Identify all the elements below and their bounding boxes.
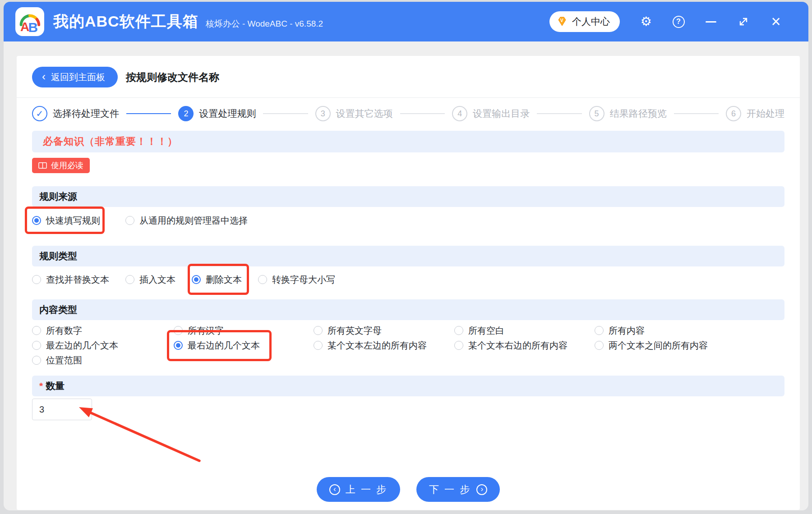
close-button[interactable]: × — [760, 8, 792, 35]
back-to-dashboard-button[interactable]: ‹ 返回到主面板 — [32, 67, 118, 87]
option-label: 快速填写规则 — [46, 215, 100, 227]
step-6-label: 开始处理 — [747, 107, 784, 120]
radio-icon — [32, 326, 41, 335]
step-connector — [537, 113, 581, 114]
wizard-stepper: ✓ 选择待处理文件 2 设置处理规则 3 设置其它选项 4 设置输出目录 5 结… — [32, 105, 784, 123]
radio-icon — [32, 275, 41, 284]
radio-icon — [314, 326, 323, 335]
option-label: 转换字母大小写 — [272, 274, 335, 286]
radio-content-left-of-text[interactable]: 某个文本左边的所有内容 — [314, 339, 427, 352]
option-label: 所有汉字 — [188, 325, 224, 337]
radio-icon — [32, 216, 41, 225]
section-content-type-header: 内容类型 — [32, 299, 784, 320]
app-title: 我的ABC软件工具箱 — [53, 11, 198, 32]
radio-icon — [32, 341, 41, 350]
option-label: 某个文本左边的所有内容 — [328, 340, 427, 352]
radio-icon — [174, 341, 183, 350]
radio-all-english-letters[interactable]: 所有英文字母 — [314, 324, 382, 337]
required-mark: * — [39, 381, 43, 391]
page-title: 按规则修改文件名称 — [126, 70, 219, 84]
option-label: 某个文本右边的所有内容 — [468, 340, 567, 352]
radio-leftmost-texts[interactable]: 最左边的几个文本 — [32, 339, 118, 352]
radio-content-right-of-text[interactable]: 某个文本右边的所有内容 — [454, 339, 567, 352]
option-label: 所有内容 — [609, 325, 645, 337]
svg-text:B: B — [28, 20, 38, 34]
radio-all-chinese[interactable]: 所有汉字 — [174, 324, 224, 337]
user-center-label: 个人中心 — [572, 15, 610, 28]
minimize-icon — [706, 21, 716, 23]
step-connector — [400, 113, 445, 114]
option-label: 最左边的几个文本 — [46, 340, 118, 352]
step-6-number: 6 — [726, 106, 741, 121]
step-connector — [674, 113, 719, 114]
chevron-left-icon: ‹ — [42, 71, 46, 82]
maximize-icon — [738, 16, 749, 28]
step-connector — [263, 113, 308, 114]
option-label: 位置范围 — [46, 354, 82, 367]
radio-icon — [192, 275, 201, 284]
radio-quick-fill-rule[interactable]: 快速填写规则 — [32, 215, 100, 227]
app-logo: A B — [15, 7, 44, 36]
step-3-other-options[interactable]: 3 设置其它选项 — [315, 106, 393, 121]
step-2-number: 2 — [178, 106, 194, 121]
step-3-number: 3 — [315, 106, 331, 121]
vip-gem-icon: V — [556, 15, 568, 28]
step-1-select-files[interactable]: ✓ 选择待处理文件 — [32, 106, 119, 121]
app-subtitle: 核烁办公 - WodeABC - v6.58.2 — [206, 18, 323, 30]
option-label: 查找并替换文本 — [46, 274, 109, 286]
rule-source-title: 规则来源 — [39, 190, 77, 203]
previous-step-label: 上 一 步 — [346, 483, 388, 496]
radio-find-replace-text[interactable]: 查找并替换文本 — [32, 274, 109, 286]
radio-convert-case[interactable]: 转换字母大小写 — [258, 274, 335, 286]
quantity-title: 数量 — [46, 380, 65, 392]
must-read-button[interactable]: 使用必读 — [32, 158, 90, 173]
radio-rule-manager[interactable]: 从通用的规则管理器中选择 — [125, 215, 248, 227]
radio-icon — [454, 341, 463, 350]
radio-insert-text[interactable]: 插入文本 — [125, 274, 175, 286]
arrow-right-circle-icon: › — [476, 484, 487, 495]
maximize-button[interactable] — [727, 8, 760, 35]
option-label: 所有空白 — [468, 325, 504, 337]
help-button[interactable]: ? — [662, 8, 695, 35]
help-icon: ? — [673, 16, 685, 28]
title-bar: A B 我的ABC软件工具箱 核烁办公 - WodeABC - v6.58.2 … — [4, 2, 808, 41]
main-panel: ‹ 返回到主面板 按规则修改文件名称 ✓ 选择待处理文件 2 设置处理规则 3 … — [17, 56, 800, 510]
step-5-path-preview[interactable]: 5 结果路径预览 — [589, 106, 667, 121]
user-center-button[interactable]: V 个人中心 — [549, 11, 620, 32]
arrow-left-circle-icon: ‹ — [329, 484, 340, 495]
radio-delete-text[interactable]: 删除文本 — [192, 274, 242, 286]
radio-icon — [258, 275, 267, 284]
radio-icon — [125, 216, 134, 225]
option-label: 插入文本 — [139, 274, 175, 286]
radio-icon — [595, 326, 604, 335]
option-label: 删除文本 — [206, 274, 242, 286]
radio-all-whitespace[interactable]: 所有空白 — [454, 324, 504, 337]
rule-type-options: 查找并替换文本 插入文本 删除文本 转换字母大小写 — [32, 273, 784, 286]
quantity-input[interactable] — [32, 399, 92, 420]
radio-position-range[interactable]: 位置范围 — [32, 354, 82, 367]
gear-icon: ⚙ — [640, 15, 651, 28]
step-1-check-icon: ✓ — [32, 106, 47, 121]
wizard-footer: ‹ 上 一 步 下 一 步 › — [32, 477, 784, 502]
radio-icon — [454, 326, 463, 335]
section-quantity-header: * 数量 — [32, 376, 784, 396]
radio-rightmost-texts[interactable]: 最右边的几个文本 — [174, 339, 260, 352]
step-4-output-dir[interactable]: 4 设置输出目录 — [452, 106, 530, 121]
radio-all-content[interactable]: 所有内容 — [595, 324, 645, 337]
next-step-button[interactable]: 下 一 步 › — [416, 477, 500, 502]
step-2-label: 设置处理规则 — [199, 107, 256, 120]
close-icon: × — [771, 14, 780, 30]
step-4-number: 4 — [452, 106, 467, 121]
content-type-options: 所有数字 所有汉字 所有英文字母 所有空白 所有内容 最左边的几个文本 最右边的… — [32, 324, 784, 367]
step-2-set-rules[interactable]: 2 设置处理规则 — [178, 106, 256, 121]
radio-content-between-texts[interactable]: 两个文本之间的所有内容 — [595, 339, 708, 352]
previous-step-button[interactable]: ‹ 上 一 步 — [317, 477, 400, 502]
radio-icon — [595, 341, 604, 350]
minimize-button[interactable] — [695, 8, 727, 35]
book-icon — [38, 162, 47, 169]
settings-button[interactable]: ⚙ — [630, 8, 662, 35]
content-type-title: 内容类型 — [39, 303, 77, 316]
step-6-start-process[interactable]: 6 开始处理 — [726, 106, 784, 121]
step-1-label: 选择待处理文件 — [53, 107, 119, 120]
radio-all-digits[interactable]: 所有数字 — [32, 324, 82, 337]
